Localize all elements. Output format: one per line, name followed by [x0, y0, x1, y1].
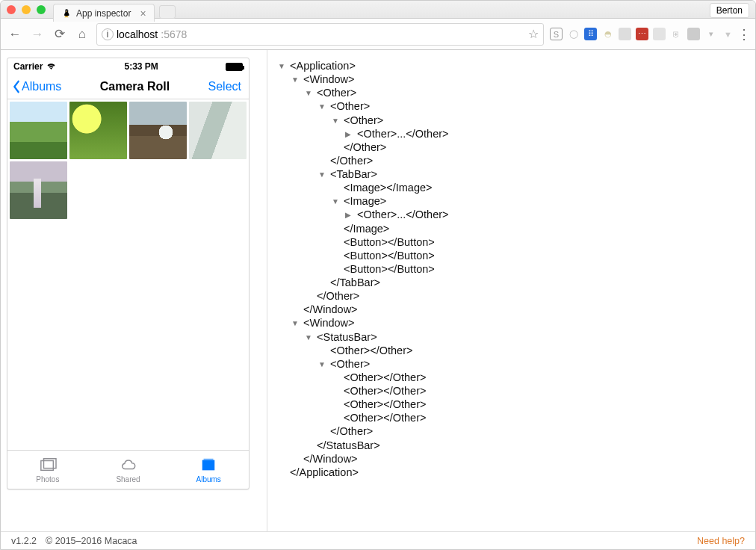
tree-node[interactable]: <Other></Other> [278, 411, 748, 424]
tree-node[interactable]: <Button></Button> [278, 249, 748, 262]
extension-icon[interactable]: ⋯ [636, 28, 648, 40]
tree-node[interactable]: ▼ <Other> [278, 114, 748, 127]
svg-rect-4 [41, 460, 54, 470]
disclosure-down-icon[interactable]: ▼ [332, 117, 341, 126]
tab-label: Shared [116, 475, 140, 483]
tab-close-icon[interactable]: × [140, 7, 146, 19]
element-tree-pane: ▼ <Application>▼ <Window>▼ <Other>▼ <Oth… [267, 50, 755, 531]
tree-node[interactable]: </StatusBar> [278, 439, 748, 452]
tree-node[interactable]: </Other> [278, 140, 748, 154]
photo-thumb[interactable] [10, 161, 67, 219]
tree-node[interactable]: ▼ <TabBar> [278, 167, 748, 181]
tree-node[interactable]: <Other></Other> [278, 371, 748, 384]
profile-chip[interactable]: Berton [710, 3, 749, 18]
tree-node[interactable]: <Other></Other> [278, 384, 748, 398]
extension-icon[interactable]: ◓ [601, 28, 614, 40]
tree-node[interactable]: <Button></Button> [278, 235, 748, 249]
extension-icon[interactable]: ▼ [722, 28, 734, 40]
browser-tab-active[interactable]: App inspector × [53, 4, 155, 22]
disclosure-right-icon[interactable]: ▶ [345, 130, 354, 140]
photo-thumb[interactable] [69, 102, 127, 159]
tree-node[interactable]: <Button></Button> [278, 262, 748, 276]
disclosure-down-icon[interactable]: ▼ [278, 62, 287, 72]
tree-node-label: </Window> [303, 453, 358, 465]
tree-node[interactable]: ▼ <Window> [278, 72, 748, 86]
photo-grid [7, 99, 249, 450]
extension-icon[interactable]: S [550, 28, 563, 40]
tree-node[interactable]: </Image> [278, 222, 748, 235]
disclosure-down-icon[interactable]: ▼ [291, 75, 300, 85]
extension-icon[interactable]: ▾ [704, 28, 717, 40]
device-preview-pane: Carrier 5:33 PM Albums Camera Roll Selec… [1, 50, 267, 531]
tree-node[interactable]: </Other> [278, 154, 748, 167]
back-label: Albums [22, 80, 61, 93]
extension-icon[interactable]: ◯ [567, 28, 580, 40]
tree-node[interactable]: </Window> [278, 303, 748, 316]
disclosure-right-icon[interactable]: ▶ [345, 211, 354, 220]
extension-icon[interactable]: ⛨ [670, 28, 683, 40]
disclosure-down-icon[interactable]: ▼ [332, 197, 341, 207]
tab-albums[interactable]: Albums [168, 451, 249, 489]
tree-node[interactable]: ▼ <Application> [278, 59, 748, 72]
photos-icon [38, 457, 58, 473]
select-button[interactable]: Select [208, 80, 244, 93]
photo-thumb[interactable] [129, 102, 187, 159]
disclosure-down-icon[interactable]: ▼ [305, 333, 314, 343]
tree-node[interactable]: <Other></Other> [278, 344, 748, 357]
tree-node[interactable]: ▼ <Other> [278, 357, 748, 371]
tree-node[interactable]: ▶ <Other>...</Other> [278, 208, 748, 221]
device-frame: Carrier 5:33 PM Albums Camera Roll Selec… [7, 58, 250, 489]
clock-label: 5:33 PM [125, 61, 158, 72]
element-tree[interactable]: ▼ <Application>▼ <Window>▼ <Other>▼ <Oth… [278, 59, 748, 479]
tree-node-label: </Image> [344, 223, 389, 235]
new-tab-button[interactable] [159, 5, 176, 19]
tree-node[interactable]: <Other></Other> [278, 398, 748, 411]
nav-reload-icon[interactable]: ⟳ [52, 26, 68, 42]
photo-thumb[interactable] [189, 102, 247, 159]
tree-node-label: <Button></Button> [344, 263, 435, 275]
nav-home-icon[interactable]: ⌂ [74, 27, 90, 42]
screen-title: Camera Roll [100, 80, 170, 93]
tree-node[interactable]: ▼ <Other> [278, 86, 748, 99]
tree-node[interactable]: </TabBar> [278, 276, 748, 289]
extension-icon[interactable] [687, 28, 700, 40]
tree-node[interactable]: ▶ <Other>...</Other> [278, 127, 748, 140]
nav-back-icon[interactable]: ← [7, 27, 23, 42]
tree-node-label: <Other> [330, 100, 370, 112]
browser-menu-icon[interactable]: ⋮ [739, 28, 749, 40]
disclosure-down-icon[interactable]: ▼ [318, 170, 327, 180]
device-status-bar: Carrier 5:33 PM [7, 58, 249, 75]
tree-node[interactable]: </Window> [278, 452, 748, 466]
tree-node-label: </Other> [317, 290, 359, 302]
extension-icon[interactable] [619, 28, 631, 40]
address-bar[interactable]: i localhost:5678 ☆ [96, 23, 544, 46]
disclosure-down-icon[interactable]: ▼ [305, 89, 314, 99]
tree-node-label: <Button></Button> [344, 236, 435, 248]
disclosure-down-icon[interactable]: ▼ [318, 360, 327, 370]
tree-node-label: <StatusBar> [317, 331, 377, 343]
svg-point-2 [66, 10, 66, 11]
extension-icon[interactable] [653, 28, 666, 40]
extension-icon[interactable]: ⠿ [584, 28, 597, 40]
site-info-icon[interactable]: i [102, 28, 114, 40]
tree-node[interactable]: ▼ <StatusBar> [278, 330, 748, 344]
tree-node[interactable]: </Other> [278, 289, 748, 303]
tab-photos[interactable]: Photos [7, 451, 88, 489]
disclosure-down-icon[interactable]: ▼ [318, 102, 327, 112]
tree-node[interactable]: <Image></Image> [278, 181, 748, 194]
tree-node[interactable]: </Application> [278, 466, 748, 479]
photo-thumb[interactable] [10, 102, 67, 159]
disclosure-down-icon[interactable]: ▼ [291, 319, 300, 329]
tree-node-label: <Other> [344, 114, 383, 126]
tree-node[interactable]: ▼ <Window> [278, 316, 748, 330]
wifi-icon [46, 61, 57, 72]
tab-shared[interactable]: Shared [88, 451, 169, 489]
bookmark-star-icon[interactable]: ☆ [528, 27, 539, 41]
tree-node[interactable]: ▼ <Image> [278, 194, 748, 208]
svg-point-3 [66, 10, 67, 11]
help-link[interactable]: Need help? [697, 536, 745, 546]
back-button[interactable]: Albums [12, 80, 61, 93]
tree-node[interactable]: ▼ <Other> [278, 99, 748, 113]
tree-node-label: <Other></Other> [330, 344, 412, 356]
tree-node[interactable]: </Other> [278, 424, 748, 438]
